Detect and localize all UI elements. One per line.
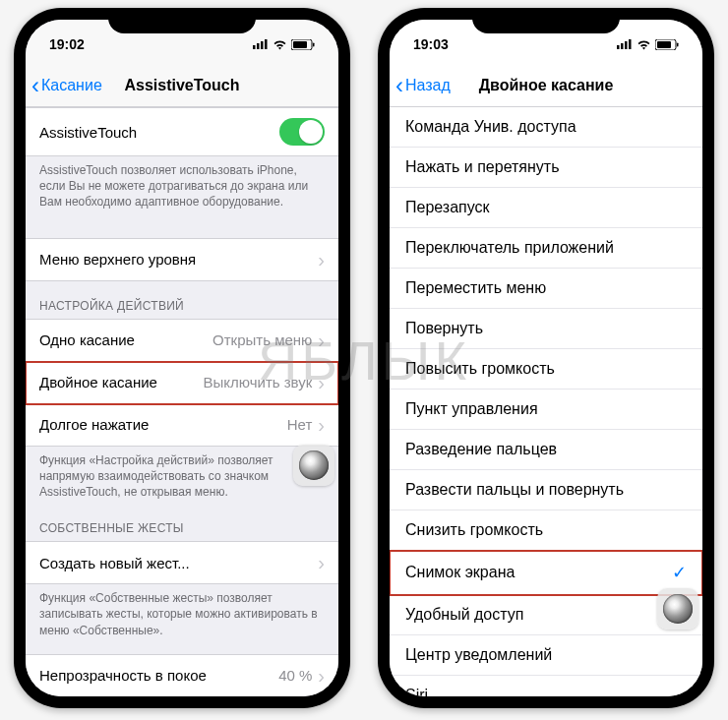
- phone-right: 19:03 ‹ Назад Двойное касание Команда Ун…: [378, 8, 714, 708]
- chevron-right-icon: ›: [318, 415, 325, 435]
- chevron-right-icon: ›: [318, 666, 325, 686]
- list-item-label: Переместить меню: [405, 279, 687, 297]
- svg-rect-5: [293, 41, 307, 48]
- long-press-row[interactable]: Долгое нажатие Нет ›: [26, 404, 338, 447]
- chevron-right-icon: ›: [318, 373, 325, 392]
- svg-rect-2: [261, 41, 264, 49]
- list-item-label: Снизить громкость: [405, 521, 687, 539]
- list-item-label: Разведение пальцев: [405, 441, 687, 458]
- list-item[interactable]: Разведение пальцев: [390, 430, 702, 470]
- wifi-icon: [637, 39, 651, 50]
- row-label: Непрозрачность в покое: [39, 667, 278, 684]
- list-item-label: Siri: [405, 687, 687, 696]
- chevron-right-icon: ›: [318, 553, 325, 572]
- list-item[interactable]: Развести пальцы и повернуть: [390, 470, 702, 510]
- signal-icon: [253, 39, 269, 49]
- svg-rect-1: [257, 43, 260, 49]
- list-item[interactable]: Команда Унив. доступа: [390, 107, 702, 148]
- list-item-label: Команда Унив. доступа: [405, 118, 687, 136]
- notch: [108, 8, 256, 33]
- list-item-label: Переключатель приложений: [405, 239, 687, 257]
- list-item[interactable]: Пункт управления: [390, 390, 702, 430]
- list-item-label: Повысить громкость: [405, 360, 687, 378]
- list-item[interactable]: Повернуть: [390, 309, 702, 349]
- chevron-left-icon: ‹: [31, 74, 39, 97]
- list-item-label: Удобный доступ: [405, 606, 687, 624]
- status-time: 19:02: [49, 36, 85, 52]
- gestures-footer: Функция «Собственные жесты» позволяет за…: [26, 584, 338, 642]
- list-item[interactable]: Снимок экрана✓: [390, 551, 702, 595]
- svg-rect-8: [621, 43, 624, 49]
- list-item-label: Снимок экрана: [405, 564, 672, 581]
- actions-footer: Функция «Настройка действий» позволяет н…: [26, 447, 338, 505]
- list-item[interactable]: Siri: [390, 676, 702, 696]
- nav-back-button[interactable]: ‹ Назад: [390, 74, 451, 97]
- row-label: Долгое нажатие: [39, 416, 287, 433]
- nav-back-label: Касание: [41, 77, 102, 94]
- nav-back-button[interactable]: ‹ Касание: [26, 74, 102, 97]
- notch: [472, 8, 620, 33]
- svg-rect-3: [265, 39, 268, 49]
- row-value: Открыть меню: [212, 331, 312, 348]
- top-menu-row[interactable]: Меню верхнего уровня ›: [26, 238, 338, 281]
- svg-rect-7: [617, 45, 620, 49]
- list-item[interactable]: Удобный доступ: [390, 595, 702, 635]
- status-time: 19:03: [413, 36, 449, 52]
- chevron-right-icon: ›: [318, 250, 325, 270]
- svg-rect-12: [657, 41, 671, 48]
- phone-left: 19:02 ‹ Касание AssistiveTouch Assistive…: [14, 8, 350, 708]
- list-item-label: Развести пальцы и повернуть: [405, 481, 687, 499]
- nav-bar: ‹ Назад Двойное касание: [390, 65, 702, 107]
- row-label: Двойное касание: [39, 374, 204, 390]
- toggle-label: AssistiveTouch: [39, 124, 279, 141]
- row-label: Создать новый жест...: [39, 555, 318, 571]
- nav-bar: ‹ Касание AssistiveTouch: [26, 65, 338, 107]
- list-item[interactable]: Перезапуск: [390, 188, 702, 228]
- double-tap-row[interactable]: Двойное касание Выключить звук ›: [26, 362, 338, 404]
- wifi-icon: [273, 39, 287, 50]
- list-item[interactable]: Повысить громкость: [390, 349, 702, 390]
- row-label: Одно касание: [39, 331, 212, 348]
- list-item[interactable]: Снизить громкость: [390, 510, 702, 551]
- row-label: Меню верхнего уровня: [39, 251, 318, 268]
- single-tap-row[interactable]: Одно касание Открыть меню ›: [26, 319, 338, 362]
- svg-rect-6: [313, 42, 315, 46]
- list-item[interactable]: Центр уведомлений: [390, 635, 702, 676]
- svg-rect-0: [253, 45, 256, 49]
- chevron-left-icon: ‹: [395, 74, 403, 97]
- list-item-label: Нажать и перетянуть: [405, 158, 687, 176]
- assistivetouch-toggle-row[interactable]: AssistiveTouch: [26, 107, 338, 156]
- toggle-switch[interactable]: [279, 118, 325, 146]
- opacity-row[interactable]: Непрозрачность в покое 40 % ›: [26, 654, 338, 696]
- checkmark-icon: ✓: [672, 562, 687, 583]
- svg-rect-9: [625, 41, 628, 49]
- row-value: Выключить звук: [204, 374, 313, 390]
- assistivetouch-floating-button[interactable]: [293, 445, 334, 486]
- section-header-actions: Настройка действий: [26, 281, 338, 319]
- list-item-label: Повернуть: [405, 320, 687, 337]
- nav-back-label: Назад: [405, 77, 451, 94]
- svg-rect-10: [629, 39, 632, 49]
- options-list[interactable]: Команда Унив. доступаНажать и перетянуть…: [390, 107, 702, 696]
- create-gesture-row[interactable]: Создать новый жест... ›: [26, 541, 338, 584]
- list-item-label: Пункт управления: [405, 400, 687, 418]
- chevron-right-icon: ›: [318, 330, 325, 350]
- assistivetouch-floating-button[interactable]: [657, 588, 698, 630]
- list-item[interactable]: Нажать и перетянуть: [390, 148, 702, 188]
- signal-icon: [617, 39, 633, 49]
- list-item-label: Центр уведомлений: [405, 646, 687, 664]
- list-item[interactable]: Переместить меню: [390, 269, 702, 309]
- section-header-gestures: Собственные жесты: [26, 504, 338, 541]
- battery-icon: [291, 39, 315, 50]
- row-value: 40 %: [278, 667, 312, 684]
- list-item[interactable]: Переключатель приложений: [390, 228, 702, 269]
- svg-rect-13: [677, 42, 679, 46]
- assistivetouch-description: AssistiveTouch позволяет использовать iP…: [26, 156, 338, 214]
- battery-icon: [655, 39, 679, 50]
- row-value: Нет: [287, 416, 313, 433]
- list-item-label: Перезапуск: [405, 199, 687, 216]
